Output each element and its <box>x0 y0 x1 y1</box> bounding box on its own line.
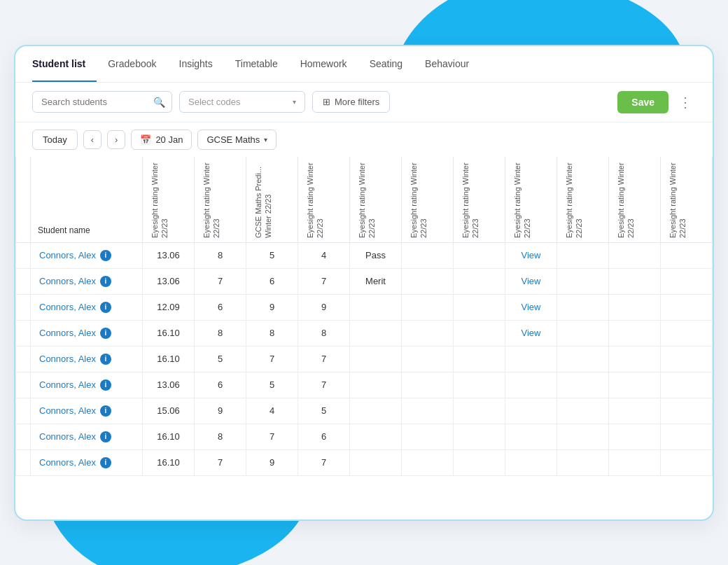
table-cell: 8 <box>195 424 246 449</box>
table-cell <box>454 398 505 424</box>
tab-seating[interactable]: Seating <box>358 46 414 82</box>
student-name-link[interactable]: Connors, Alex <box>39 276 96 286</box>
info-icon[interactable]: i <box>100 379 111 391</box>
table-cell: View <box>505 320 557 346</box>
info-icon[interactable]: i <box>100 431 111 442</box>
save-button[interactable]: Save <box>617 91 668 113</box>
class-select-dropdown[interactable]: GCSE Maths ▾ <box>197 130 276 150</box>
table-row: Connors, Alexi16.10797 <box>16 449 713 475</box>
table-cell <box>454 424 505 449</box>
tab-gradebook[interactable]: Gradebook <box>97 46 167 82</box>
tab-timetable[interactable]: Timetable <box>224 46 289 82</box>
search-input[interactable] <box>32 91 172 113</box>
student-name-link[interactable]: Connors, Alex <box>39 250 96 260</box>
col-header-0: Eyesight rating Winter 22/23 <box>143 157 195 243</box>
chevron-left-icon: ‹ <box>91 134 94 145</box>
table-cell: 8 <box>246 320 298 346</box>
table-cell: 8 <box>298 320 350 346</box>
col-header-10: Eyesight rating Winter 22/23 <box>661 157 713 243</box>
info-icon[interactable]: i <box>100 328 111 339</box>
col-header-3: Eyesight rating Winter 22/23 <box>298 157 350 243</box>
info-icon[interactable]: i <box>100 276 111 287</box>
table-cell: 7 <box>298 346 350 372</box>
table-cell: 4 <box>298 242 350 268</box>
row-checkbox-cell <box>16 346 31 372</box>
student-name-header: Student name <box>31 157 143 243</box>
table-cell: 7 <box>246 424 298 449</box>
table-cell: 16.10 <box>143 320 195 346</box>
table-body: Connors, Alexi13.06854PassViewConnors, A… <box>16 242 713 475</box>
table-cell: 7 <box>246 346 298 372</box>
table-cell <box>402 372 454 398</box>
table-cell <box>557 294 609 320</box>
table-cell: 9 <box>195 398 246 424</box>
student-name-link[interactable]: Connors, Alex <box>39 431 96 442</box>
table-cell <box>350 294 402 320</box>
view-link[interactable]: View <box>522 302 541 312</box>
next-date-button[interactable]: › <box>107 130 125 149</box>
table-cell <box>402 424 454 449</box>
table-cell: View <box>505 268 557 294</box>
main-card: Student list Gradebook Insights Timetabl… <box>14 45 714 521</box>
table-cell: 5 <box>246 372 298 398</box>
info-icon[interactable]: i <box>100 457 111 468</box>
info-icon[interactable]: i <box>100 250 111 261</box>
table-cell <box>454 294 505 320</box>
student-name-link[interactable]: Connors, Alex <box>39 354 96 364</box>
table-cell <box>557 346 609 372</box>
col-header-8: Eyesight rating Winter 22/23 <box>557 157 609 243</box>
tab-insights[interactable]: Insights <box>168 46 224 82</box>
table-cell <box>609 449 661 475</box>
view-link[interactable]: View <box>522 328 541 338</box>
table-cell <box>454 372 505 398</box>
class-chevron-down-icon: ▾ <box>264 136 267 144</box>
student-name-link[interactable]: Connors, Alex <box>39 405 96 416</box>
table-cell <box>505 449 557 475</box>
today-button[interactable]: Today <box>32 130 78 150</box>
table-cell: View <box>505 294 557 320</box>
table-row: Connors, Alexi16.10577 <box>16 346 713 372</box>
table-cell <box>557 424 609 449</box>
more-filters-button[interactable]: ⊞ More filters <box>312 91 390 113</box>
student-name-link[interactable]: Connors, Alex <box>39 302 96 312</box>
table-cell <box>557 398 609 424</box>
table-cell <box>609 242 661 268</box>
page-wrapper: Student list Gradebook Insights Timetabl… <box>0 0 728 565</box>
info-icon[interactable]: i <box>100 354 111 365</box>
table-cell: 6 <box>246 268 298 294</box>
table-cell: 16.10 <box>143 346 195 372</box>
student-name-cell: Connors, Alexi <box>31 242 143 268</box>
view-link[interactable]: View <box>522 250 541 260</box>
tab-behaviour[interactable]: Behaviour <box>414 46 480 82</box>
search-input-wrap: 🔍 <box>32 91 172 113</box>
table-cell <box>402 320 454 346</box>
table-cell <box>609 294 661 320</box>
table-cell <box>454 346 505 372</box>
table-cell: 15.06 <box>143 398 195 424</box>
tab-homework[interactable]: Homework <box>289 46 358 82</box>
table-cell <box>557 268 609 294</box>
table-cell: 7 <box>195 449 246 475</box>
info-icon[interactable]: i <box>100 302 111 313</box>
chevron-right-icon: › <box>115 134 118 145</box>
table-cell <box>350 449 402 475</box>
select-codes-dropdown[interactable]: Select codes ▾ <box>179 91 305 113</box>
more-options-button[interactable]: ⋮ <box>676 94 696 111</box>
date-display[interactable]: 📅 20 Jan <box>131 130 192 150</box>
table-cell: 16.10 <box>143 424 195 449</box>
table-cell <box>505 372 557 398</box>
table-row: Connors, Alexi13.06767MeritView <box>16 268 713 294</box>
tab-student-list[interactable]: Student list <box>32 46 97 82</box>
table-cell: 5 <box>298 398 350 424</box>
table-row: Connors, Alexi13.06854PassView <box>16 242 713 268</box>
search-icon-btn[interactable]: 🔍 <box>153 97 165 108</box>
view-link[interactable]: View <box>522 276 541 286</box>
info-icon[interactable]: i <box>100 405 111 417</box>
student-name-link[interactable]: Connors, Alex <box>39 379 96 390</box>
table-cell <box>557 320 609 346</box>
table-cell <box>609 346 661 372</box>
table-cell <box>661 449 713 475</box>
prev-date-button[interactable]: ‹ <box>83 130 102 149</box>
student-name-link[interactable]: Connors, Alex <box>39 328 96 338</box>
student-name-link[interactable]: Connors, Alex <box>39 457 96 468</box>
